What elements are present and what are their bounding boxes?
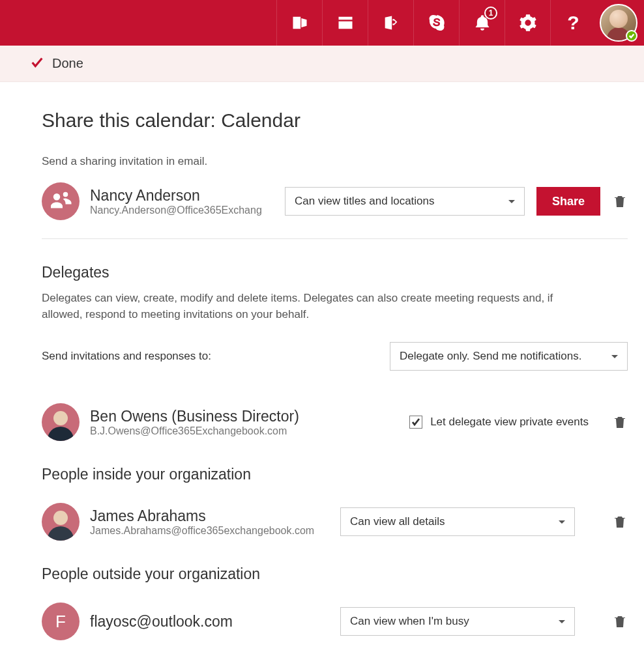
help-icon[interactable]: ? bbox=[550, 0, 596, 46]
invite-person-name: Nancy Anderson bbox=[90, 187, 262, 205]
profile-avatar[interactable] bbox=[600, 4, 637, 42]
inside-permission-select[interactable]: Can view all details bbox=[340, 507, 575, 536]
invite-permission-value: Can view titles and locations bbox=[295, 195, 435, 208]
chevron-down-icon bbox=[559, 620, 565, 627]
check-icon bbox=[30, 55, 44, 72]
done-label: Done bbox=[52, 56, 83, 71]
person-initial: F bbox=[55, 612, 66, 632]
person-photo bbox=[42, 503, 80, 541]
delegate-person-email: B.J.Owens@Office365Exchangebook.com bbox=[90, 425, 299, 437]
delegates-description: Delegates can view, create, modify and d… bbox=[42, 291, 576, 322]
invite-row: Nancy Anderson Nancy.Anderson@Office365E… bbox=[42, 182, 628, 239]
calendar-app-icon[interactable] bbox=[322, 0, 368, 46]
delegate-send-to-label: Send invitations and responses to: bbox=[42, 350, 211, 363]
person-photo bbox=[42, 403, 80, 441]
notification-badge: 1 bbox=[484, 7, 497, 20]
sharepoint-app-icon[interactable] bbox=[368, 0, 413, 46]
outside-heading: People outside your organization bbox=[42, 565, 628, 583]
delegates-heading: Delegates bbox=[42, 264, 628, 281]
inside-person: James Abrahams James.Abrahams@office365e… bbox=[42, 503, 329, 541]
delegate-person-name: Ben Owens (Business Director) bbox=[90, 408, 299, 425]
outside-permission-select[interactable]: Can view when I'm busy bbox=[340, 607, 575, 636]
share-button[interactable]: Share bbox=[536, 187, 600, 216]
inside-permission-value: Can view all details bbox=[350, 515, 445, 528]
inside-person-email: James.Abrahams@office365exchangebook.com bbox=[90, 525, 314, 537]
done-button[interactable]: Done bbox=[0, 46, 644, 82]
settings-gear-icon[interactable] bbox=[505, 0, 550, 46]
remove-inside-button[interactable] bbox=[612, 514, 628, 530]
delegate-send-to-row: Send invitations and responses to: Deleg… bbox=[42, 342, 628, 371]
outside-person-row: F flayosc@outlook.com Can view when I'm … bbox=[42, 603, 628, 640]
remove-delegate-button[interactable] bbox=[612, 414, 628, 430]
top-nav: 1 ? bbox=[0, 0, 644, 46]
outside-permission-value: Can view when I'm busy bbox=[350, 615, 469, 628]
person-initial-avatar: F bbox=[42, 603, 80, 640]
inside-person-row: James Abrahams James.Abrahams@office365e… bbox=[42, 503, 628, 541]
inside-person-name: James Abrahams bbox=[90, 507, 314, 525]
people-icon bbox=[42, 182, 80, 220]
delegate-person: Ben Owens (Business Director) B.J.Owens@… bbox=[42, 403, 329, 441]
skype-icon[interactable] bbox=[413, 0, 459, 46]
invite-permission-select[interactable]: Can view titles and locations bbox=[285, 187, 525, 216]
mail-app-icon[interactable] bbox=[276, 0, 322, 46]
checkbox-checked-icon bbox=[409, 416, 422, 429]
outside-person-email: flayosc@outlook.com bbox=[90, 613, 233, 631]
invite-person: Nancy Anderson Nancy.Anderson@Office365E… bbox=[42, 182, 273, 220]
delegate-send-to-value: Delegate only. Send me notifications. bbox=[400, 350, 581, 363]
chevron-down-icon bbox=[611, 355, 618, 362]
private-events-label: Let delegate view private events bbox=[430, 416, 589, 429]
outside-person: F flayosc@outlook.com bbox=[42, 603, 329, 640]
invite-subtext: Send a sharing invitation in email. bbox=[42, 155, 628, 168]
notifications-icon[interactable]: 1 bbox=[459, 0, 505, 46]
delegate-person-row: Ben Owens (Business Director) B.J.Owens@… bbox=[42, 403, 628, 441]
remove-invite-button[interactable] bbox=[612, 193, 628, 209]
private-events-checkbox[interactable]: Let delegate view private events bbox=[409, 416, 589, 429]
remove-outside-button[interactable] bbox=[612, 614, 628, 629]
delegate-send-to-select[interactable]: Delegate only. Send me notifications. bbox=[390, 342, 628, 371]
presence-available-icon bbox=[626, 30, 637, 42]
chevron-down-icon bbox=[508, 200, 515, 206]
invite-person-email: Nancy.Anderson@Office365Exchang bbox=[90, 205, 262, 216]
inside-heading: People inside your organization bbox=[42, 466, 628, 483]
chevron-down-icon bbox=[559, 520, 565, 527]
page-title: Share this calendar: Calendar bbox=[42, 109, 628, 132]
main-content: Share this calendar: Calendar Send a sha… bbox=[0, 82, 644, 666]
